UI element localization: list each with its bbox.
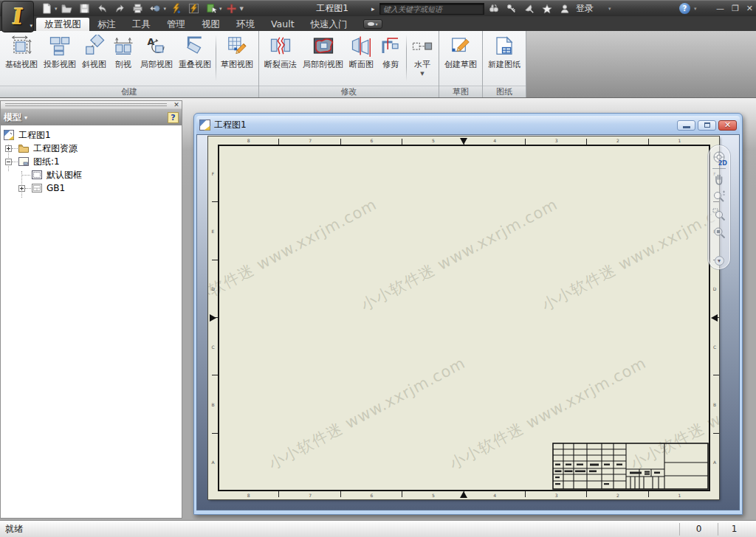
crop-button[interactable]: 修剪 xyxy=(377,32,405,86)
drawing-canvas[interactable]: 小小软件迷 www.xxrjm.com 小小软件迷 www.xxrjm.com … xyxy=(196,134,740,510)
section-view-button[interactable]: 剖视 xyxy=(109,32,137,86)
qat-customize-chevron[interactable]: ▼ xyxy=(240,6,244,12)
tree-item-sheet1[interactable]: 图纸:1 xyxy=(1,155,182,168)
centering-mark-top xyxy=(460,138,467,145)
zoom-button[interactable] xyxy=(710,188,728,206)
new-sheet-button[interactable]: 新建图纸 xyxy=(485,32,523,86)
sheet-icon xyxy=(18,156,30,167)
tree-item-default-border[interactable]: 默认图框 xyxy=(1,168,182,181)
print-icon xyxy=(132,3,143,14)
draft-view-button[interactable]: 草图视图 xyxy=(218,32,256,86)
open-folder-icon xyxy=(61,3,72,14)
break-button[interactable]: 断裂画法 xyxy=(261,32,300,86)
close-button[interactable]: ✕ xyxy=(746,1,753,17)
new-file-button[interactable] xyxy=(38,2,55,15)
new-file-icon xyxy=(41,3,52,14)
return-dropdown[interactable]: ▾ xyxy=(164,6,167,12)
zoom-window-icon xyxy=(712,207,726,222)
group-label-sketch[interactable]: 草图 xyxy=(439,86,482,97)
select-dropdown[interactable]: ▾ xyxy=(219,6,222,12)
tab-tools[interactable]: 工具 xyxy=(124,18,159,31)
projected-view-icon xyxy=(49,35,71,57)
border-frame-icon xyxy=(32,170,44,180)
return-button[interactable] xyxy=(148,2,164,15)
tab-environments[interactable]: 环境 xyxy=(228,18,263,31)
status-message: 就绪 xyxy=(0,523,679,536)
key-icon xyxy=(506,4,517,14)
save-button[interactable] xyxy=(77,2,93,15)
new-file-dropdown[interactable]: ▾ xyxy=(55,6,58,12)
navbar-divider xyxy=(712,168,726,169)
collapse-icon[interactable] xyxy=(5,159,12,165)
detail-view-icon: A xyxy=(145,35,168,57)
open-button[interactable] xyxy=(59,2,75,15)
search-input[interactable] xyxy=(379,3,484,15)
favorites-button[interactable] xyxy=(540,3,554,15)
tab-manage[interactable]: 管理 xyxy=(159,18,193,31)
pan-hand-icon xyxy=(712,172,726,187)
zoom-all-button[interactable] xyxy=(710,224,728,241)
base-view-button[interactable]: 基础视图 xyxy=(2,32,41,86)
overlay-view-button[interactable]: 重叠视图 xyxy=(176,32,214,86)
drawing-document-icon xyxy=(199,119,210,131)
ribbon-appearance-button[interactable]: ▾ xyxy=(363,19,382,29)
zoom-window-button[interactable] xyxy=(710,206,728,224)
document-titlebar[interactable]: 工程图1 ✕ xyxy=(196,116,740,134)
login-button[interactable]: 登录 xyxy=(576,2,594,15)
drawing-sheet[interactable]: 小小软件迷 www.xxrjm.com 小小软件迷 www.xxrjm.com … xyxy=(208,136,719,499)
browser-help-button[interactable]: ? xyxy=(168,112,179,123)
tab-get-started[interactable]: 快速入门 xyxy=(303,18,356,31)
tab-place-views[interactable]: 放置视图 xyxy=(36,18,89,31)
workspace: ✕ 模型 ▾ ? 工程图1 xyxy=(0,98,756,520)
document-close-button[interactable]: ✕ xyxy=(718,120,737,131)
redo-button[interactable] xyxy=(112,2,128,15)
minimize-button[interactable]: — xyxy=(716,1,724,17)
print-button[interactable] xyxy=(130,2,146,15)
crop-icon xyxy=(379,35,402,57)
minimize-icon xyxy=(683,126,690,128)
detail-view-button[interactable]: A 局部视图 xyxy=(137,32,176,86)
add-button[interactable] xyxy=(224,2,240,15)
key-button[interactable] xyxy=(505,3,518,15)
tree-item-drawing-root[interactable]: 工程图1 xyxy=(1,128,182,142)
browser-title[interactable]: 模型 xyxy=(4,111,21,124)
communication-button[interactable] xyxy=(523,3,536,15)
document-minimize-button[interactable] xyxy=(677,120,695,131)
tree-item-gb1[interactable]: GB1 xyxy=(1,181,182,195)
expand-icon[interactable] xyxy=(18,185,25,192)
undo-button[interactable] xyxy=(94,2,111,15)
title-expand-arrow[interactable]: ▸ xyxy=(371,5,375,13)
update-add-button[interactable] xyxy=(168,2,184,15)
tree-item-drawing-resources[interactable]: 工程图资源 xyxy=(1,142,182,155)
create-sketch-button[interactable]: 创建草图 xyxy=(441,32,480,86)
projected-view-button[interactable]: 投影视图 xyxy=(41,32,79,86)
update-button[interactable] xyxy=(185,2,202,15)
horizontal-button[interactable]: 水平 ▼ xyxy=(408,32,436,86)
user-button[interactable] xyxy=(558,3,571,15)
restore-button[interactable]: ❐ xyxy=(732,1,739,17)
browser-grip-bar[interactable]: ✕ xyxy=(1,101,182,109)
navbar-collapse-button[interactable]: ▾ xyxy=(715,256,724,266)
pan-button[interactable] xyxy=(710,170,728,188)
tab-annotate[interactable]: 标注 xyxy=(89,18,124,31)
document-restore-button[interactable] xyxy=(698,120,716,131)
slice-button[interactable]: 断面图 xyxy=(346,32,377,86)
browser-header-chevron-icon[interactable]: ▾ xyxy=(24,114,27,121)
break-out-button[interactable]: 局部剖视图 xyxy=(300,32,346,86)
steering-wheel-button[interactable]: 2D xyxy=(710,149,728,167)
expand-icon[interactable] xyxy=(5,145,12,152)
group-label-create[interactable]: 创建 xyxy=(0,86,258,97)
tab-vault[interactable]: Vault xyxy=(263,18,303,31)
help-button[interactable]: ? xyxy=(679,3,690,14)
auxiliary-view-button[interactable]: 斜视图 xyxy=(79,32,109,86)
star-icon xyxy=(542,4,552,14)
application-menu-button[interactable]: I ▾ xyxy=(1,1,34,32)
select-button[interactable] xyxy=(203,2,219,15)
help-dropdown[interactable]: ▾ xyxy=(694,6,697,12)
browser-close-icon[interactable]: ✕ xyxy=(171,101,182,108)
tab-view[interactable]: 视图 xyxy=(193,18,228,31)
search-binoculars-button[interactable] xyxy=(487,3,501,15)
group-label-sheets[interactable]: 图纸 xyxy=(483,86,526,97)
group-label-modify[interactable]: 修改 xyxy=(259,86,439,97)
login-dropdown[interactable]: ▾ xyxy=(608,6,611,12)
